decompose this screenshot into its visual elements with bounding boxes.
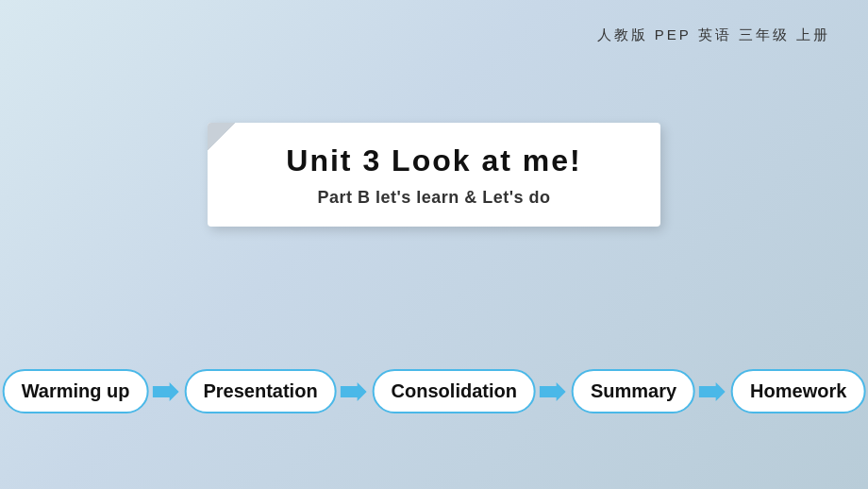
flow-container: Warming up Presentation Consolidation Su… (3, 369, 866, 413)
step-arrow (341, 380, 369, 403)
step-presentation[interactable]: Presentation (184, 369, 336, 413)
svg-marker-1 (341, 382, 367, 401)
svg-marker-0 (152, 382, 178, 401)
step-arrow (540, 380, 568, 403)
step-arrow (699, 380, 727, 403)
step-consolidation[interactable]: Consolidation (373, 369, 536, 413)
step-homework[interactable]: Homework (731, 369, 865, 413)
course-label: 人教版 PEP 英语 三年级 上册 (597, 26, 830, 44)
title-card: Unit 3 Look at me! Part B let's learn & … (208, 123, 660, 227)
step-summary[interactable]: Summary (572, 369, 695, 413)
flow-step: Presentation (184, 369, 336, 413)
unit-title: Unit 3 Look at me! (236, 143, 632, 178)
svg-marker-3 (699, 382, 726, 401)
step-arrow (152, 380, 180, 403)
flow-step: Warming up (3, 369, 149, 413)
svg-marker-2 (540, 382, 566, 401)
flow-step: Summary (572, 369, 695, 413)
flow-step: Consolidation (373, 369, 536, 413)
step-warming-up[interactable]: Warming up (3, 369, 149, 413)
flow-step: Homework (731, 369, 865, 413)
unit-subtitle: Part B let's learn & Let's do (236, 188, 632, 208)
